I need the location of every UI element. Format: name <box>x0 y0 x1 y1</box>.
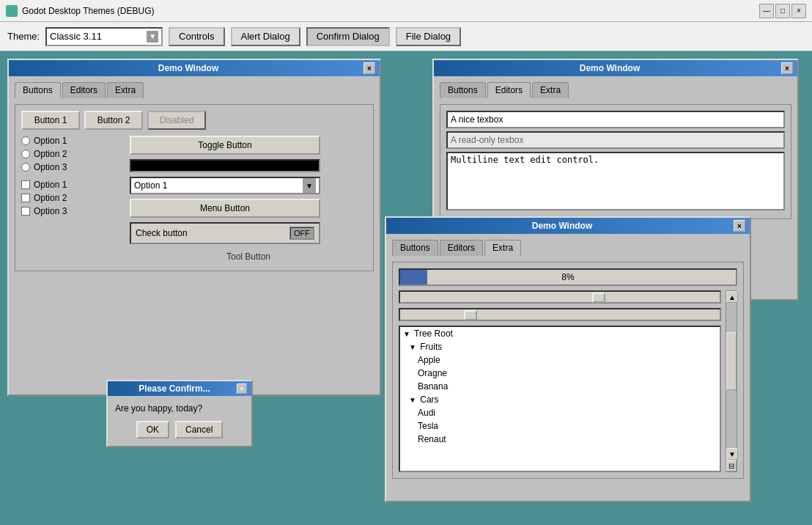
checkbox-2[interactable] <box>21 194 30 202</box>
scrollbar-vertical[interactable]: ▲ ▼ ⊟ <box>726 290 737 472</box>
scrollbar-track[interactable] <box>726 303 737 448</box>
slider-thumb-2[interactable] <box>464 310 477 320</box>
tree-label-banana: Banana <box>418 381 448 392</box>
buttons-tab-content: Button 1 Button 2 Disabled Option 1 <box>15 104 374 271</box>
main-buttons-row: Button 1 Button 2 Disabled <box>21 111 367 130</box>
nice-textbox[interactable] <box>446 111 785 128</box>
app-title: Godot Desktop Themes (DEBUG) <box>22 6 755 16</box>
radio-label-1: Option 1 <box>34 136 67 146</box>
radio-option-1[interactable]: Option 1 <box>21 136 124 146</box>
tab-buttons-left[interactable]: Buttons <box>15 82 61 98</box>
confirm-dialog-body: Are you happy, today? OK Cancel <box>108 396 251 446</box>
tree-item-tesla[interactable]: Tesla <box>400 419 720 433</box>
app-titlebar: Godot Desktop Themes (DEBUG) — □ × <box>0 0 812 22</box>
scrollbar-up-button[interactable]: ▲ <box>726 291 738 303</box>
tree-label-apple: Apple <box>418 355 440 365</box>
checkbox-1[interactable] <box>21 180 30 189</box>
extra-main: ▼ Tree Root ▼ Fruits Apple Oragne <box>399 290 721 472</box>
tree-item-oragne[interactable]: Oragne <box>400 367 720 380</box>
toggle-button[interactable]: Toggle Button <box>130 136 320 155</box>
maximize-button[interactable]: □ <box>775 4 790 18</box>
theme-dropdown-arrow[interactable]: ▼ <box>147 31 158 43</box>
confirm-dialog: Please Confirm... × Are you happy, today… <box>106 380 253 447</box>
controls-button[interactable]: Controls <box>169 27 224 46</box>
confirm-dialog-title: Please Confirm... <box>112 383 237 394</box>
alert-dialog-button[interactable]: Alert Dialog <box>231 27 300 46</box>
tab-extra-left[interactable]: Extra <box>107 82 144 98</box>
demo-window-left: Demo Window × Buttons Editors Extra Butt… <box>7 59 381 396</box>
progress-bar-text: 8% <box>561 272 574 282</box>
tree-item-cars[interactable]: ▼ Cars <box>400 393 720 406</box>
demo-window-right-title: Demo Window <box>438 63 781 73</box>
slider-horizontal-2[interactable] <box>399 308 721 321</box>
toggle-switch[interactable]: OFF <box>289 227 314 240</box>
checkbox-3[interactable] <box>21 207 30 216</box>
radio-label-3: Option 3 <box>34 162 67 172</box>
radio-label-2: Option 2 <box>34 149 67 159</box>
slider-horizontal-1[interactable] <box>399 290 721 304</box>
demo-window-right-tabs: Buttons Editors Extra <box>440 82 791 98</box>
tree-item-audi[interactable]: Audi <box>400 406 720 419</box>
check-option-3[interactable]: Option 3 <box>21 206 124 216</box>
radio-circle-1[interactable] <box>21 136 30 145</box>
tree-label-renaut: Renaut <box>418 434 446 444</box>
toggle-off-state[interactable]: OFF <box>290 227 314 239</box>
radio-circle-3[interactable] <box>21 163 30 172</box>
demo-window-left-titlebar: Demo Window × <box>9 60 380 76</box>
check-option-2[interactable]: Option 2 <box>21 193 124 203</box>
minimize-button[interactable]: — <box>759 4 774 18</box>
close-button[interactable]: × <box>791 4 806 18</box>
demo-window-right-titlebar: Demo Window × <box>434 60 797 76</box>
tab-editors-extra[interactable]: Editors <box>440 240 483 256</box>
tab-extra-right[interactable]: Extra <box>532 82 569 98</box>
tab-buttons-right[interactable]: Buttons <box>440 82 486 98</box>
demo-window-left-close[interactable]: × <box>363 62 375 74</box>
tree-view[interactable]: ▼ Tree Root ▼ Fruits Apple Oragne <box>399 326 721 472</box>
demo-window-right-close[interactable]: × <box>781 62 793 74</box>
progress-bar-container: 8% <box>399 268 737 286</box>
tree-item-fruits[interactable]: ▼ Fruits <box>400 340 720 353</box>
confirm-dialog-close[interactable]: × <box>237 383 247 394</box>
button-1[interactable]: Button 1 <box>21 111 80 130</box>
confirm-dialog-button[interactable]: Confirm Dialog <box>306 27 390 46</box>
button-2[interactable]: Button 2 <box>84 111 143 130</box>
radio-option-3[interactable]: Option 3 <box>21 162 124 172</box>
tree-item-root[interactable]: ▼ Tree Root <box>400 327 720 340</box>
file-dialog-button[interactable]: File Dialog <box>396 27 461 46</box>
scrollbar-grip[interactable]: ⊟ <box>726 460 737 471</box>
dropdown-arrow[interactable]: ▼ <box>303 178 316 193</box>
tab-extra-extra[interactable]: Extra <box>484 240 521 256</box>
tree-label-tesla: Tesla <box>418 421 438 431</box>
demo-window-right-body: Buttons Editors Extra Multiline text edi… <box>434 76 797 225</box>
confirm-cancel-button[interactable]: Cancel <box>175 421 223 438</box>
radio-circle-2[interactable] <box>21 150 30 158</box>
radio-option-2[interactable]: Option 2 <box>21 149 124 159</box>
check-label-3: Option 3 <box>34 206 67 216</box>
scrollbar-thumb[interactable] <box>726 332 737 390</box>
confirm-dialog-message: Are you happy, today? <box>115 403 244 414</box>
editors-tab-content: Multiline text edit control. <box>440 104 791 219</box>
menu-button[interactable]: Menu Button <box>130 199 320 218</box>
tab-buttons-extra[interactable]: Buttons <box>392 240 438 256</box>
confirm-ok-button[interactable]: OK <box>136 421 169 438</box>
demo-window-extra-close[interactable]: × <box>734 220 745 232</box>
scrollbar-down-button[interactable]: ▼ <box>726 448 738 460</box>
tree-item-apple[interactable]: Apple <box>400 353 720 367</box>
tab-editors-right[interactable]: Editors <box>487 82 531 98</box>
tree-item-banana[interactable]: Banana <box>400 380 720 393</box>
check-option-1[interactable]: Option 1 <box>21 180 124 190</box>
buttons-main-content: Option 1 Option 2 Option 3 <box>21 136 367 265</box>
theme-label: Theme: <box>7 31 40 42</box>
multiline-textbox[interactable]: Multiline text edit control. <box>446 152 785 210</box>
slider-thumb-1[interactable] <box>592 293 605 303</box>
tool-button[interactable]: Tool Button <box>130 249 367 265</box>
theme-select[interactable]: Classic 3.11 ▼ <box>45 27 163 46</box>
tree-arrow-cars: ▼ <box>409 396 416 404</box>
radio-group: Option 1 Option 2 Option 3 <box>21 136 124 172</box>
check-button-label: Check button <box>136 228 289 238</box>
tab-editors-left[interactable]: Editors <box>62 82 106 98</box>
tree-arrow-root: ▼ <box>403 330 410 338</box>
demo-window-extra-titlebar: Demo Window × <box>386 218 750 234</box>
tree-item-renaut[interactable]: Renaut <box>400 433 720 446</box>
option-dropdown[interactable]: Option 1 ▼ <box>130 177 320 194</box>
